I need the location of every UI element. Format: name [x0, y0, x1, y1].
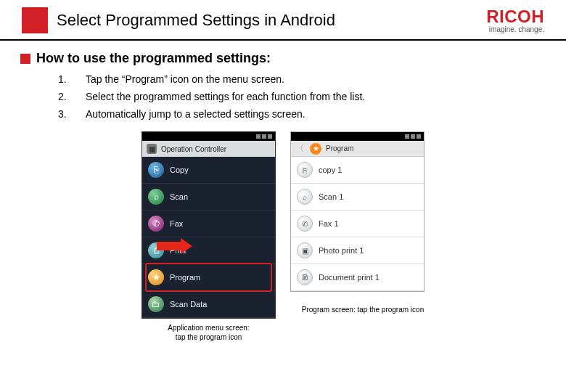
page-title: Select Programmed Settings in Android	[57, 11, 335, 30]
menu-label: Scan Data	[170, 300, 207, 309]
brand-logo: RICOH imagine. change.	[486, 8, 544, 33]
photo-icon: ▣	[297, 242, 313, 258]
step-text: Select the programmed settings for each …	[86, 91, 365, 102]
app-header-bar: 〈 ★ Program	[291, 141, 424, 157]
app-icon: ▦	[147, 144, 157, 154]
highlight-box	[145, 263, 272, 292]
program-label: Document print 1	[319, 273, 380, 282]
app-header-title: Operation Controller	[161, 145, 226, 153]
program-item-docprint[interactable]: 🖹 Document print 1	[291, 264, 424, 291]
menu-item-program[interactable]: ★ Program	[142, 264, 275, 291]
program-item-photoprint[interactable]: ▣ Photo print 1	[291, 237, 424, 264]
red-arrow-icon	[157, 238, 194, 254]
step-item: 3. Automatically jump to a selected sett…	[58, 105, 537, 123]
step-item: 2. Select the programmed settings for ea…	[58, 88, 537, 105]
copy-icon: ⎘	[148, 162, 164, 178]
left-phone-wrap: ▦ Operation Controller ⎘ Copy ⌕ Scan ✆ F…	[142, 131, 276, 342]
status-icon	[417, 134, 421, 139]
program-item-copy[interactable]: ⎘ copy 1	[291, 157, 424, 184]
program-list: ⎘ copy 1 ⌕ Scan 1 ✆ Fax 1 ▣ Photo print …	[291, 157, 424, 291]
logo-tagline: imagine. change.	[486, 25, 544, 33]
program-list-screenshot: 〈 ★ Program ⎘ copy 1 ⌕ Scan 1 ✆ Fax	[290, 131, 424, 292]
program-star-icon: ★	[310, 143, 321, 155]
document-icon: 🖹	[297, 269, 313, 285]
program-label: Scan 1	[319, 192, 343, 201]
section-heading: How to use the programmed settings:	[36, 51, 271, 66]
section-heading-row: How to use the programmed settings:	[29, 51, 537, 66]
menu-item-scandata[interactable]: 🗀 Scan Data	[142, 291, 275, 318]
program-label: copy 1	[319, 166, 342, 174]
fax-icon: ✆	[148, 216, 164, 232]
header-left: Select Programmed Settings in Android	[22, 7, 335, 33]
steps-list: 1. Tap the “Program” icon on the menu sc…	[29, 70, 537, 123]
menu-item-fax[interactable]: ✆ Fax	[142, 211, 275, 237]
program-label: Fax 1	[319, 219, 339, 228]
program-item-fax[interactable]: ✆ Fax 1	[291, 211, 424, 237]
android-status-bar	[291, 132, 424, 141]
app-header-bar: ▦ Operation Controller	[142, 141, 275, 157]
fax-icon: ✆	[297, 216, 313, 232]
step-item: 1. Tap the “Program” icon on the menu sc…	[58, 70, 537, 88]
app-header-title: Program	[326, 144, 353, 152]
status-icon	[262, 134, 266, 139]
menu-label: Program	[170, 273, 200, 282]
status-icon	[405, 134, 409, 139]
right-phone-wrap: 〈 ★ Program ⎘ copy 1 ⌕ Scan 1 ✆ Fax	[290, 131, 424, 342]
scan-icon: ⌕	[148, 189, 164, 205]
step-number: 1.	[58, 73, 71, 85]
menu-label: Copy	[170, 166, 189, 174]
brand-square-icon	[22, 7, 48, 33]
status-icon	[411, 134, 415, 139]
step-number: 2.	[58, 91, 71, 102]
status-icon	[268, 134, 272, 139]
program-label: Photo print 1	[319, 246, 364, 255]
back-chevron-icon[interactable]: 〈	[295, 142, 304, 155]
left-caption: Application menu screen: tap the program…	[142, 323, 276, 342]
bullet-square-icon	[20, 54, 30, 64]
step-text: Tap the “Program” icon on the menu scree…	[86, 73, 284, 85]
logo-text: RICOH	[486, 8, 544, 25]
menu-item-copy[interactable]: ⎘ Copy	[142, 157, 275, 184]
menu-label: Scan	[170, 192, 188, 201]
android-status-bar	[142, 132, 275, 141]
menu-label: Fax	[170, 219, 183, 228]
program-star-icon: ★	[148, 269, 164, 285]
screenshots-row: ▦ Operation Controller ⎘ Copy ⌕ Scan ✆ F…	[29, 131, 537, 342]
menu-list: ⎘ Copy ⌕ Scan ✆ Fax ⎙ Print	[142, 157, 275, 318]
scan-icon: ⌕	[297, 189, 313, 205]
page-header: Select Programmed Settings in Android RI…	[0, 0, 566, 41]
status-icon	[256, 134, 261, 139]
app-menu-screenshot: ▦ Operation Controller ⎘ Copy ⌕ Scan ✆ F…	[142, 131, 276, 319]
copy-icon: ⎘	[297, 162, 313, 178]
step-number: 3.	[58, 108, 71, 120]
step-text: Automatically jump to a selected setting…	[86, 108, 305, 120]
content-area: How to use the programmed settings: 1. T…	[0, 41, 566, 342]
menu-item-scan[interactable]: ⌕ Scan	[142, 184, 275, 211]
program-item-scan[interactable]: ⌕ Scan 1	[291, 184, 424, 211]
right-caption: Program screen: tap the program icon	[283, 306, 443, 314]
folder-icon: 🗀	[148, 296, 164, 312]
